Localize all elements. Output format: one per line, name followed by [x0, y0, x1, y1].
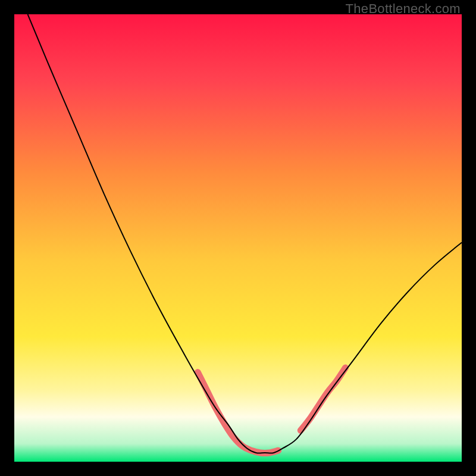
chart-outer-frame: TheBottleneck.com — [0, 0, 476, 476]
plot-area — [14, 14, 462, 462]
highlight-band-left — [198, 372, 278, 453]
bottleneck-curve — [28, 14, 462, 453]
curve-layer — [14, 14, 462, 462]
highlight-band-right — [300, 368, 345, 430]
watermark-text: TheBottleneck.com — [346, 1, 461, 17]
